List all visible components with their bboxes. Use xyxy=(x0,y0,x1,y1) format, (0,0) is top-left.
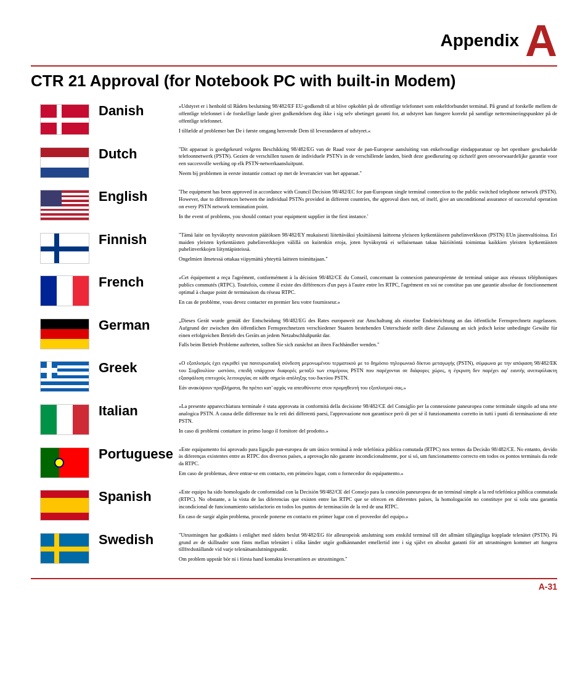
lang-entry-portuguese: Portuguese«Este equipamento foi aprovado… xyxy=(31,446,557,481)
lang-entry-dutch: Dutch"Dit apparaat is goedgekeurd volgen… xyxy=(31,146,557,181)
lang-entry-greek: Greek«Ο εξοπλισμός έχει εγκριθεί για παν… xyxy=(31,360,557,394)
flag-col-italian xyxy=(31,403,99,435)
lang-text-swedish: "Utrustningen har godkänts i enlighet me… xyxy=(179,532,557,566)
lang-paragraph: «La presente apparecchiatura terminale è… xyxy=(179,403,557,425)
flag-col-french xyxy=(31,274,99,306)
lang-text-english: 'The equipment has been approved in acco… xyxy=(179,189,557,223)
lang-paragraph: "Utrustningen har godkänts i enlighet me… xyxy=(179,532,557,554)
lang-paragraph: "Dit apparaat is goedgekeurd volgens Bes… xyxy=(179,146,557,168)
flag-col-english xyxy=(31,189,99,221)
lang-entry-finnish: Finnish"Tämä laite on hyväksytty neuvost… xyxy=(31,232,557,266)
lang-name-greek: Greek xyxy=(99,360,179,376)
lang-text-portuguese: «Este equipamento foi aprovado para liga… xyxy=(179,446,557,481)
footer-page-number: A-31 xyxy=(539,582,557,592)
lang-paragraph: «Ο εξοπλισμός έχει εγκριθεί για πανευρωπ… xyxy=(179,360,557,382)
header-bar: Appendix A xyxy=(31,18,557,67)
flag-col-spanish xyxy=(31,489,99,521)
lang-paragraph: Ongelmien ilmetessä ottakaa viipymättä y… xyxy=(179,256,557,263)
lang-paragraph: «Este equipamento foi aprovado para liga… xyxy=(179,446,557,468)
lang-paragraph: En caso de surgir algún problema, proced… xyxy=(179,513,557,521)
lang-text-dutch: "Dit apparaat is goedgekeurd volgens Bes… xyxy=(179,146,557,181)
lang-paragraph: Om problem uppstår bör ni i första hand … xyxy=(179,556,557,563)
flag-greek xyxy=(40,361,89,392)
flag-col-finnish xyxy=(31,232,99,264)
lang-paragraph: In the event of problems, you should con… xyxy=(179,213,557,221)
lang-text-finnish: "Tämä laite on hyväksytty neuvoston päät… xyxy=(179,232,557,266)
lang-name-finnish: Finnish xyxy=(99,232,179,248)
lang-entry-swedish: Swedish"Utrustningen har godkänts i enli… xyxy=(31,532,557,566)
lang-text-german: „Dieses Gerät wurde gemäß der Entscheidu… xyxy=(179,317,557,352)
flag-col-dutch xyxy=(31,146,99,178)
lang-entry-italian: Italian«La presente apparecchiatura term… xyxy=(31,403,557,437)
lang-paragraph: «Este equipo ha sido homologado de confo… xyxy=(179,489,557,511)
flag-col-danish xyxy=(31,103,99,135)
lang-entry-german: German„Dieses Gerät wurde gemäß der Ents… xyxy=(31,317,557,352)
flag-col-swedish xyxy=(31,532,99,564)
flag-col-german xyxy=(31,317,99,349)
page: Appendix A CTR 21 Approval (for Notebook… xyxy=(0,0,588,700)
lang-paragraph: En cas de problème, vous devez contacter… xyxy=(179,299,557,306)
flag-finnish xyxy=(40,233,89,264)
footer: A-31 xyxy=(31,578,557,592)
lang-entry-spanish: Spanish«Este equipo ha sido homologado d… xyxy=(31,489,557,523)
flag-italian xyxy=(40,404,89,435)
lang-paragraph: "Tämä laite on hyväksytty neuvoston päät… xyxy=(179,232,557,254)
appendix-letter: A xyxy=(525,18,557,63)
flag-col-greek xyxy=(31,360,99,392)
lang-paragraph: Εάν ανακύψουν προβλήματα, θα πρέπει κατ'… xyxy=(179,385,557,392)
lang-name-spanish: Spanish xyxy=(99,489,179,505)
lang-paragraph: «Cet équipement a reçu l'agrément, confo… xyxy=(179,274,557,296)
lang-name-english: English xyxy=(99,189,179,205)
lang-paragraph: Neem bij problemen in eerste instantie c… xyxy=(179,170,557,177)
flag-german xyxy=(40,319,89,349)
lang-paragraph: Em caso de problemas, deve entrar-se em … xyxy=(179,470,557,478)
lang-entry-english: English'The equipment has been approved … xyxy=(31,189,557,223)
lang-entry-danish: Danish»Udstyret er i henhold til Rådets … xyxy=(31,103,557,137)
flag-dutch xyxy=(40,147,89,178)
lang-paragraph: Falls beim Betrieb Probleme auftreten, s… xyxy=(179,341,557,349)
flag-portuguese xyxy=(40,447,89,478)
appendix-label: Appendix xyxy=(440,31,519,51)
lang-name-german: German xyxy=(99,317,179,333)
lang-name-italian: Italian xyxy=(99,403,179,419)
lang-paragraph: 'The equipment has been approved in acco… xyxy=(179,189,557,211)
lang-paragraph: »Udstyret er i henhold til Rådets beslut… xyxy=(179,103,557,125)
flag-col-portuguese xyxy=(31,446,99,478)
lang-text-french: «Cet équipement a reçu l'agrément, confo… xyxy=(179,274,557,309)
flag-spanish xyxy=(40,490,89,521)
flag-french xyxy=(40,275,89,306)
languages-container: Danish»Udstyret er i henhold til Rådets … xyxy=(31,103,557,566)
lang-name-swedish: Swedish xyxy=(99,532,179,548)
lang-paragraph: In caso di problemi contattare in primo … xyxy=(179,428,557,435)
flag-english xyxy=(40,190,89,221)
lang-name-danish: Danish xyxy=(99,103,179,119)
lang-paragraph: „Dieses Gerät wurde gemäß der Entscheidu… xyxy=(179,317,557,340)
flag-swedish xyxy=(40,533,89,564)
lang-name-dutch: Dutch xyxy=(99,146,179,162)
lang-name-french: French xyxy=(99,274,179,290)
lang-text-spanish: «Este equipo ha sido homologado de confo… xyxy=(179,489,557,523)
lang-entry-french: French«Cet équipement a reçu l'agrément,… xyxy=(31,274,557,309)
lang-text-italian: «La presente apparecchiatura terminale è… xyxy=(179,403,557,437)
lang-text-greek: «Ο εξοπλισμός έχει εγκριθεί για πανευρωπ… xyxy=(179,360,557,394)
lang-paragraph: I tilfælde af problemer bør De i første … xyxy=(179,128,557,135)
lang-text-danish: »Udstyret er i henhold til Rådets beslut… xyxy=(179,103,557,137)
flag-danish xyxy=(40,104,89,135)
page-title: CTR 21 Approval (for Notebook PC with bu… xyxy=(31,71,557,91)
lang-name-portuguese: Portuguese xyxy=(99,446,179,462)
